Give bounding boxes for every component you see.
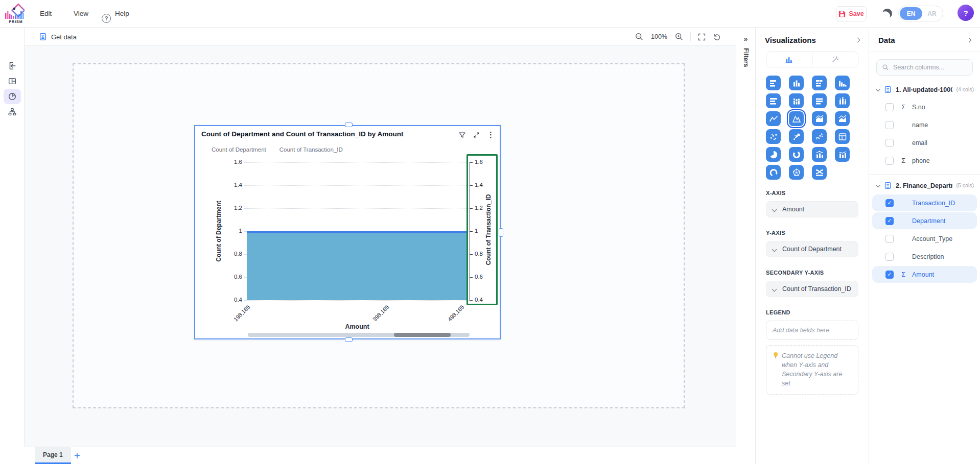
fullscreen-icon[interactable] — [697, 33, 706, 41]
field-checkbox[interactable]: ✓ — [885, 217, 894, 225]
get-data-file-icon — [39, 33, 47, 41]
viz-type-area-range-icon[interactable] — [835, 111, 850, 126]
viz-type-bar-horizontal-100-icon[interactable] — [766, 93, 781, 108]
field-checkbox[interactable] — [885, 235, 894, 243]
page-tab-bar: Page 1 + — [25, 447, 736, 464]
resize-handle-right[interactable] — [499, 228, 503, 237]
secondary-y-axis-dropdown[interactable]: Count of Transaction_ID — [766, 281, 858, 297]
dataset-header[interactable]: 1. Ali-updated-1000(4 cols) — [869, 79, 980, 97]
dataset-col-count: (4 cols) — [956, 86, 974, 93]
language-en-option[interactable]: EN — [900, 7, 922, 20]
collapse-panel-icon[interactable] — [4, 58, 21, 74]
viz-type-gauge-icon[interactable] — [766, 165, 781, 180]
tab-smart-suggestions[interactable] — [812, 52, 858, 67]
x-axis-section-label: X-AXIS — [766, 190, 858, 196]
dataset-header[interactable]: 2. Finance_Department_...(5 cols) — [869, 175, 980, 193]
viz-type-scatter-trend-icon[interactable] — [812, 129, 827, 144]
viz-type-bar-horizontal-stacked-icon[interactable] — [812, 76, 827, 90]
x-axis-dropdown[interactable]: Amount — [766, 201, 858, 217]
viz-type-bar-rows-icon[interactable] — [812, 93, 827, 108]
field-checkbox[interactable] — [885, 103, 894, 111]
viz-type-area-icon[interactable] — [789, 111, 804, 126]
field-checkbox[interactable] — [885, 253, 894, 261]
viz-type-donut-icon[interactable] — [789, 147, 804, 162]
language-toggle[interactable]: EN AR — [898, 6, 943, 21]
field-row-amount[interactable]: ✓ΣAmount — [872, 266, 977, 283]
zoom-in-icon[interactable] — [674, 32, 684, 41]
zoom-out-icon[interactable] — [635, 32, 644, 41]
viz-type-radar-icon[interactable] — [789, 165, 804, 180]
field-checkbox[interactable] — [885, 157, 894, 165]
add-page-button[interactable]: + — [69, 448, 85, 463]
search-columns-box[interactable] — [876, 59, 973, 76]
field-row-department[interactable]: ✓Department — [872, 212, 977, 229]
y-axis-dropdown[interactable]: Count of Department — [766, 241, 858, 257]
viz-type-table-card-icon[interactable] — [835, 129, 850, 144]
datazoom-track[interactable] — [248, 333, 470, 337]
data-panel: Data 1. Ali-updated-1000(4 cols)ΣS.nonam… — [869, 28, 980, 464]
viz-type-column-combo-2-icon[interactable] — [835, 147, 850, 162]
tab-chart-types[interactable] — [766, 52, 812, 67]
left-icon-rail — [0, 28, 25, 447]
help-bubble-button[interactable]: ? — [958, 5, 974, 21]
viz-type-scatter-icon[interactable] — [766, 129, 781, 144]
field-row-account_type[interactable]: Account_Type — [872, 230, 977, 247]
viz-type-column-histogram-icon[interactable] — [835, 76, 850, 90]
layout-icon[interactable] — [4, 74, 21, 89]
viz-type-bar-horizontal-icon[interactable] — [766, 76, 781, 90]
save-button[interactable]: Save — [836, 6, 867, 21]
viz-type-column-icon[interactable] — [789, 76, 804, 90]
search-columns-input[interactable] — [893, 64, 965, 71]
language-ar-option[interactable]: AR — [922, 10, 942, 17]
viz-type-column-combo-icon[interactable] — [812, 147, 827, 162]
collapse-data-panel-chevron-icon[interactable] — [967, 38, 972, 43]
viz-type-pie-icon[interactable] — [766, 147, 781, 162]
viz-type-column-boxplot-icon[interactable] — [835, 93, 850, 108]
chart-plot-area: 0.40.40.60.60.80.8111.21.21.41.41.61.6Co… — [195, 126, 502, 340]
field-checkbox[interactable]: ✓ — [885, 271, 894, 279]
prism-logo[interactable]: PRISM — [4, 2, 28, 26]
dataset-collapse-chevron-icon[interactable] — [876, 86, 881, 91]
field-checkbox[interactable]: ✓ — [885, 199, 894, 207]
get-data-button[interactable]: Get data — [39, 28, 77, 46]
field-row-phone[interactable]: Σphone — [872, 152, 977, 169]
page-tab-1[interactable]: Page 1 — [35, 447, 71, 464]
dataset-list: 1. Ali-updated-1000(4 cols)ΣS.nonameemai… — [869, 79, 980, 283]
pie-chart-icon[interactable] — [4, 89, 21, 104]
sigma-icon: Σ — [899, 157, 908, 164]
chart-widget[interactable]: Count of Department and Count of Transac… — [194, 125, 501, 339]
field-row-transaction_id[interactable]: ✓Transaction_ID — [872, 194, 977, 211]
viz-type-sankey-icon[interactable] — [812, 165, 827, 180]
dataset-collapse-chevron-icon[interactable] — [876, 182, 881, 187]
field-row-s.no[interactable]: ΣS.no — [872, 99, 977, 115]
field-row-email[interactable]: email — [872, 134, 977, 151]
viz-type-line-icon[interactable] — [766, 111, 781, 126]
viz-type-bubble-icon[interactable] — [789, 129, 804, 144]
y-axis-value: Count of Department — [782, 246, 842, 253]
field-label: Account_Type — [912, 235, 952, 242]
datazoom-thumb[interactable] — [394, 333, 451, 337]
collapse-visualizations-chevron-icon[interactable] — [855, 38, 860, 43]
secondary-axis-selection-box[interactable] — [466, 154, 498, 305]
legend-drop-zone[interactable]: Add data fields here — [766, 321, 858, 340]
dark-mode-toggle-moon-icon[interactable] — [881, 8, 893, 19]
field-row-name[interactable]: name — [872, 116, 977, 133]
resize-handle-bottom[interactable] — [345, 337, 353, 342]
filters-rail-label[interactable]: Filters — [742, 48, 750, 67]
menu-help[interactable]: ? Help — [102, 0, 129, 28]
filters-expand-icon[interactable]: » — [736, 35, 755, 43]
menu-view[interactable]: View — [74, 0, 88, 28]
chart-tab-icon — [785, 55, 794, 64]
design-canvas[interactable]: Count of Department and Count of Transac… — [25, 46, 736, 447]
dataset-col-count: (5 cols) — [956, 182, 974, 189]
field-row-description[interactable]: Description — [872, 248, 977, 265]
menu-edit[interactable]: Edit — [40, 0, 52, 28]
reset-view-icon[interactable] — [713, 33, 721, 41]
hierarchy-icon[interactable] — [4, 104, 21, 119]
field-checkbox[interactable] — [885, 121, 894, 129]
resize-handle-top[interactable] — [345, 123, 353, 127]
legend-warning: Cannot use Legend when Y-axis and Second… — [766, 345, 858, 395]
viz-type-column-stacked-icon[interactable] — [789, 93, 804, 108]
field-checkbox[interactable] — [885, 139, 894, 147]
viz-type-area-stacked-icon[interactable] — [812, 111, 827, 126]
